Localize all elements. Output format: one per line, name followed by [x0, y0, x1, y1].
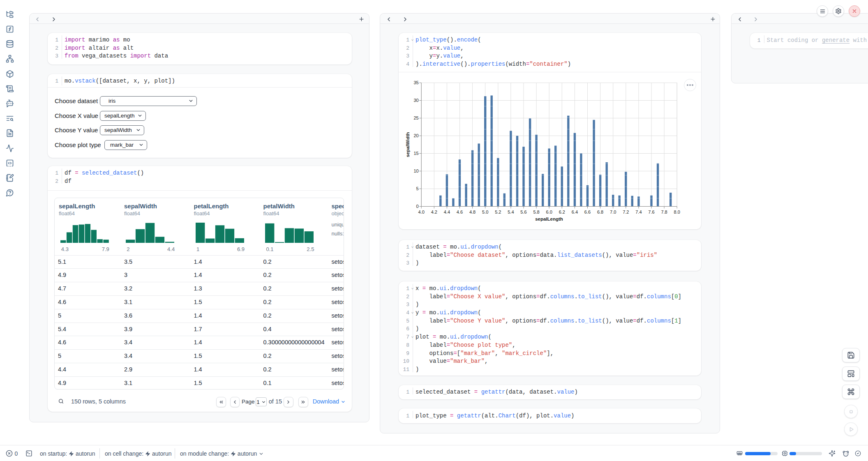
svg-text:6.0: 6.0 [546, 210, 552, 214]
svg-text:7.4: 7.4 [635, 210, 642, 214]
svg-text:4.4: 4.4 [444, 210, 450, 214]
svg-text:sepalLength: sepalLength [535, 217, 563, 221]
svg-text:7.8: 7.8 [661, 210, 667, 214]
svg-text:15: 15 [413, 151, 418, 156]
svg-text:10: 10 [413, 168, 418, 173]
svg-text:6.4: 6.4 [572, 210, 578, 214]
svg-text:6.8: 6.8 [597, 210, 603, 214]
svg-text:5.6: 5.6 [520, 210, 526, 214]
svg-text:20: 20 [413, 133, 418, 138]
svg-text:4.8: 4.8 [469, 210, 476, 214]
svg-text:8.0: 8.0 [674, 210, 680, 214]
svg-text:30: 30 [413, 98, 418, 103]
svg-text:25: 25 [413, 115, 418, 120]
svg-text:5.8: 5.8 [533, 210, 539, 214]
svg-text:sepalWidth: sepalWidth [405, 132, 410, 157]
svg-text:5.0: 5.0 [482, 210, 488, 214]
svg-text:5.4: 5.4 [508, 210, 514, 214]
svg-text:4.0: 4.0 [418, 210, 425, 214]
svg-text:0: 0 [416, 204, 419, 209]
svg-text:5.2: 5.2 [495, 210, 501, 214]
svg-text:5: 5 [416, 186, 419, 191]
svg-text:7.6: 7.6 [648, 210, 654, 214]
svg-text:7.0: 7.0 [610, 210, 616, 214]
svg-text:6.2: 6.2 [559, 210, 565, 214]
svg-text:6.6: 6.6 [584, 210, 591, 214]
svg-text:4.6: 4.6 [457, 210, 463, 214]
svg-text:4.2: 4.2 [431, 210, 437, 214]
svg-text:7.2: 7.2 [623, 210, 629, 214]
svg-text:35: 35 [413, 80, 418, 85]
